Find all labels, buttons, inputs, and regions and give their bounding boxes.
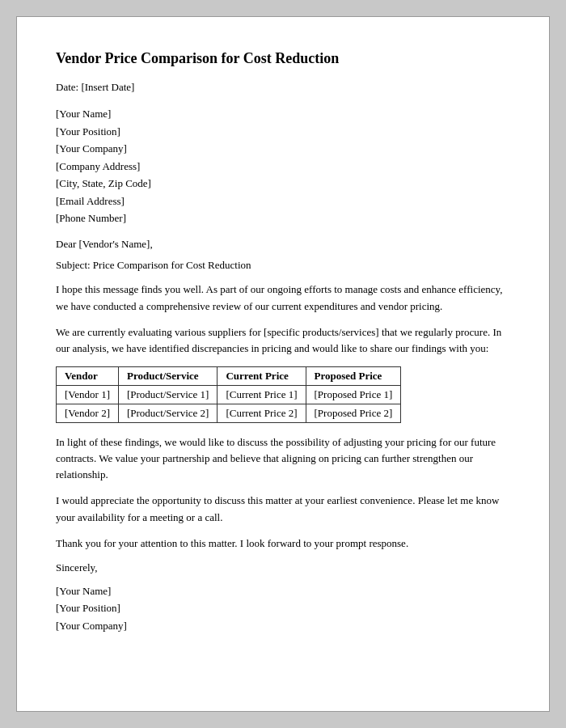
col-header-vendor: Vendor: [57, 367, 119, 386]
sender-line-3: [Your Company]: [56, 140, 510, 157]
sender-line-2: [Your Position]: [56, 123, 510, 140]
sender-block: [Your Name] [Your Position] [Your Compan…: [56, 105, 510, 226]
col-header-current-price: Current Price: [218, 367, 306, 386]
signature-line-1: [Your Name]: [56, 582, 510, 599]
closing-text: Sincerely,: [56, 561, 510, 574]
comparison-table: Vendor Product/Service Current Price Pro…: [56, 366, 401, 423]
paragraph-5: Thank you for your attention to this mat…: [56, 535, 510, 552]
document-title: Vendor Price Comparison for Cost Reducti…: [56, 49, 510, 68]
paragraph-1: I hope this message finds you well. As p…: [56, 281, 510, 314]
table-row: [Vendor 2][Product/Service 2][Current Pr…: [57, 404, 401, 423]
sender-line-5: [City, State, Zip Code]: [56, 175, 510, 192]
table-row: [Vendor 1][Product/Service 1][Current Pr…: [57, 386, 401, 404]
table-cell-r0-c0: [Vendor 1]: [57, 386, 119, 404]
signature-line-3: [Your Company]: [56, 617, 510, 634]
date-line: Date: [Insert Date]: [56, 81, 510, 94]
table-cell-r0-c2: [Current Price 1]: [218, 386, 306, 404]
table-cell-r0-c1: [Product/Service 1]: [118, 386, 217, 404]
col-header-proposed-price: Proposed Price: [306, 367, 401, 386]
greeting: Dear [Vendor's Name],: [56, 238, 510, 251]
subject-line: Subject: Price Comparison for Cost Reduc…: [56, 259, 510, 272]
col-header-product: Product/Service: [118, 367, 217, 386]
sender-line-4: [Company Address]: [56, 158, 510, 175]
table-header-row: Vendor Product/Service Current Price Pro…: [57, 367, 401, 386]
table-cell-r0-c3: [Proposed Price 1]: [306, 386, 401, 404]
sender-line-1: [Your Name]: [56, 105, 510, 122]
comparison-table-wrapper: Vendor Product/Service Current Price Pro…: [56, 366, 510, 423]
paragraph-3: In light of these findings, we would lik…: [56, 434, 510, 483]
signature-line-2: [Your Position]: [56, 599, 510, 616]
paragraph-2: We are currently evaluating various supp…: [56, 324, 510, 357]
table-cell-r1-c1: [Product/Service 2]: [118, 404, 217, 423]
document-page: Vendor Price Comparison for Cost Reducti…: [16, 16, 550, 712]
table-cell-r1-c3: [Proposed Price 2]: [306, 404, 401, 423]
table-cell-r1-c0: [Vendor 2]: [57, 404, 119, 423]
signature-block: [Your Name] [Your Position] [Your Compan…: [56, 582, 510, 634]
table-cell-r1-c2: [Current Price 2]: [218, 404, 306, 423]
sender-line-6: [Email Address]: [56, 193, 510, 210]
paragraph-4: I would appreciate the opportunity to di…: [56, 493, 510, 525]
sender-line-7: [Phone Number]: [56, 210, 510, 226]
